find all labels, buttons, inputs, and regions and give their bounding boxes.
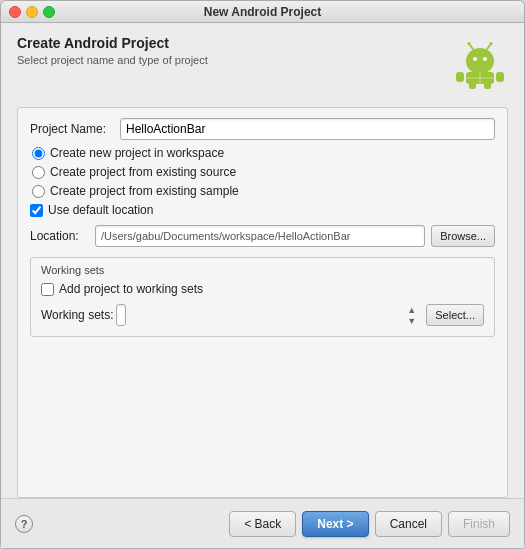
radio-new-workspace[interactable] (32, 147, 45, 160)
select-button[interactable]: Select... (426, 304, 484, 326)
radio-new-workspace-label[interactable]: Create new project in workspace (50, 146, 224, 160)
combo-arrow-icon: ▲ ▼ (407, 305, 416, 326)
header-text: Create Android Project Select project na… (17, 35, 208, 66)
bottom-bar: ? < Back Next > Cancel Finish (1, 498, 524, 548)
svg-rect-11 (496, 72, 504, 82)
bottom-left: ? (15, 515, 33, 533)
working-sets-legend: Working sets (41, 264, 484, 276)
svg-rect-10 (456, 72, 464, 82)
svg-point-4 (490, 42, 493, 45)
help-button[interactable]: ? (15, 515, 33, 533)
project-name-label: Project Name: (30, 122, 120, 136)
dialog-window: New Android Project Create Android Proje… (0, 0, 525, 549)
cancel-button[interactable]: Cancel (375, 511, 442, 537)
use-default-location-label[interactable]: Use default location (48, 203, 153, 217)
svg-point-6 (483, 57, 487, 61)
content-area: Create Android Project Select project na… (1, 23, 524, 498)
radio-existing-source-label[interactable]: Create project from existing source (50, 165, 236, 179)
title-bar: New Android Project (1, 1, 524, 23)
radio-existing-source[interactable] (32, 166, 45, 179)
location-input[interactable] (95, 225, 425, 247)
android-logo-icon (452, 35, 508, 91)
page-title: Create Android Project (17, 35, 208, 51)
working-sets-group: Working sets Add project to working sets… (30, 257, 495, 337)
svg-point-5 (473, 57, 477, 61)
radio-existing-sample[interactable] (32, 185, 45, 198)
add-to-working-sets-checkbox[interactable] (41, 283, 54, 296)
traffic-lights (9, 6, 55, 18)
location-row: Location: Browse... (30, 225, 495, 247)
use-default-location-row: Use default location (30, 203, 495, 217)
project-name-row: Project Name: (30, 118, 495, 140)
svg-rect-8 (469, 83, 476, 89)
form-section: Project Name: Create new project in work… (17, 107, 508, 498)
next-button[interactable]: Next > (302, 511, 368, 537)
radio-existing-sample-row: Create project from existing sample (30, 184, 495, 198)
working-sets-select[interactable] (116, 304, 126, 326)
bottom-right: < Back Next > Cancel Finish (229, 511, 510, 537)
radio-existing-source-row: Create project from existing source (30, 165, 495, 179)
window-title: New Android Project (204, 5, 322, 19)
add-to-working-sets-label[interactable]: Add project to working sets (59, 282, 203, 296)
finish-button[interactable]: Finish (448, 511, 510, 537)
working-sets-select-row: Working sets: ▲ ▼ Select... (41, 304, 484, 326)
maximize-button[interactable] (43, 6, 55, 18)
svg-point-0 (466, 48, 494, 74)
add-to-working-sets-row: Add project to working sets (41, 282, 484, 296)
minimize-button[interactable] (26, 6, 38, 18)
radio-existing-sample-label[interactable]: Create project from existing sample (50, 184, 239, 198)
location-label: Location: (30, 229, 95, 243)
svg-point-2 (468, 42, 471, 45)
working-sets-label: Working sets: (41, 308, 116, 322)
radio-new-workspace-row: Create new project in workspace (30, 146, 495, 160)
svg-rect-9 (484, 83, 491, 89)
use-default-location-checkbox[interactable] (30, 204, 43, 217)
browse-button[interactable]: Browse... (431, 225, 495, 247)
working-sets-combo-wrapper: ▲ ▼ (116, 304, 420, 326)
back-button[interactable]: < Back (229, 511, 296, 537)
header-section: Create Android Project Select project na… (17, 35, 508, 91)
close-button[interactable] (9, 6, 21, 18)
project-name-input[interactable] (120, 118, 495, 140)
page-subtitle: Select project name and type of project (17, 54, 208, 66)
